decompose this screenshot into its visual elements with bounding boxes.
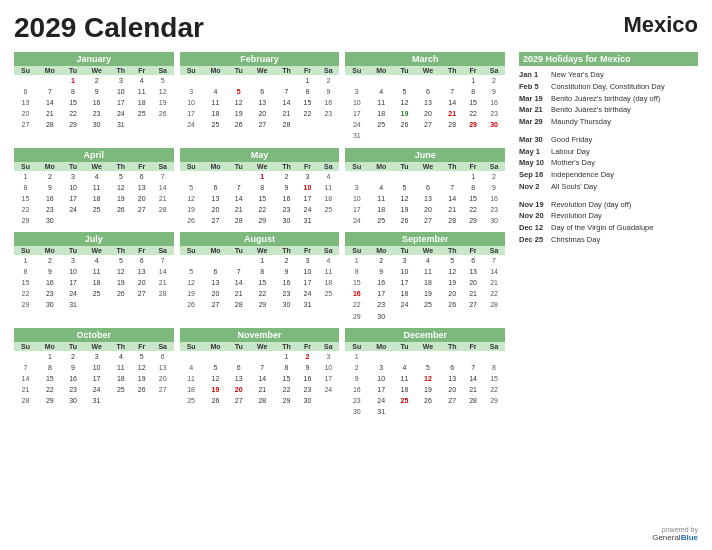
table-row xyxy=(463,130,483,141)
table-row: 28 xyxy=(152,288,174,299)
table-row: 18 xyxy=(415,277,442,288)
table-row: 14 xyxy=(441,97,463,108)
table-row: 22 xyxy=(297,108,317,119)
table-row: 24 xyxy=(83,384,110,395)
table-row: 4 xyxy=(368,86,394,97)
table-row: 11 xyxy=(132,86,152,97)
table-row: 29 xyxy=(276,395,298,406)
table-row: 17 xyxy=(317,373,339,384)
table-row: 20 xyxy=(441,384,463,395)
table-row: 23 xyxy=(483,204,505,215)
table-row xyxy=(14,351,37,362)
table-row: 9 xyxy=(276,182,298,193)
table-row: 28 xyxy=(441,215,463,226)
mon-header: Mo xyxy=(37,66,63,75)
table-row: 8 xyxy=(249,266,276,277)
wed-header: We xyxy=(249,66,276,75)
table-row: 21 xyxy=(152,277,174,288)
table-row: 24 xyxy=(63,204,84,215)
tue-header: Tu xyxy=(228,66,249,75)
table-row: 17 xyxy=(63,277,84,288)
table-row: 6 xyxy=(415,86,442,97)
table-row: 13 xyxy=(415,97,442,108)
fri-header: Fr xyxy=(297,342,317,351)
table-row: 17 xyxy=(345,204,368,215)
table-row: 10 xyxy=(180,97,203,108)
fri-header: Fr xyxy=(463,162,483,171)
table-row: 10 xyxy=(63,182,84,193)
table-row xyxy=(203,171,229,182)
table-row: 12 xyxy=(132,362,152,373)
table-row: 6 xyxy=(132,171,152,182)
table-row: 21 xyxy=(152,193,174,204)
table-row: 5 xyxy=(110,171,132,182)
table-row: 16 xyxy=(345,384,368,395)
april-header: April xyxy=(14,148,174,162)
table-row: 22 xyxy=(276,384,298,395)
table-row: 16 xyxy=(368,277,394,288)
table-row: 22 xyxy=(249,204,276,215)
table-row: 27 xyxy=(463,299,483,310)
table-row: 23 xyxy=(63,384,84,395)
table-row: 14 xyxy=(483,266,505,277)
table-row: 15 xyxy=(483,373,505,384)
month-june: June SuMoTuWeThFrSa 12 3456789 101112131… xyxy=(345,148,505,226)
tue-header: Tu xyxy=(63,66,84,75)
table-row: 12 xyxy=(180,193,203,204)
table-row: 24 xyxy=(297,288,317,299)
table-row xyxy=(394,406,415,417)
table-row: 11 xyxy=(110,362,132,373)
fri-header: Fr xyxy=(132,162,152,171)
table-row: 8 xyxy=(14,182,37,193)
february-header: February xyxy=(180,52,340,66)
wed-header: We xyxy=(415,342,442,351)
table-row: 22 xyxy=(63,108,84,119)
table-row: 26 xyxy=(228,119,249,130)
table-row: 11 xyxy=(203,97,229,108)
sun-header: Su xyxy=(345,162,368,171)
table-row xyxy=(483,130,505,141)
wed-header: We xyxy=(249,246,276,255)
table-row: 18 xyxy=(394,384,415,395)
table-row: 21 xyxy=(441,204,463,215)
table-row: 12 xyxy=(441,266,463,277)
table-row: 28 xyxy=(276,119,298,130)
holiday-date: Nov 20 xyxy=(519,211,547,221)
holiday-name: New Year's Day xyxy=(551,70,604,80)
table-row: 23 xyxy=(276,288,298,299)
holiday-date: Nov 2 xyxy=(519,182,547,192)
table-row: 1 xyxy=(345,255,368,266)
table-row: 2 xyxy=(276,255,298,266)
table-row: 16 xyxy=(317,97,339,108)
wed-header: We xyxy=(83,342,110,351)
table-row: 27 xyxy=(228,395,249,406)
table-row: 13 xyxy=(463,266,483,277)
table-row: 7 xyxy=(14,362,37,373)
table-row: 1 xyxy=(63,75,84,86)
thu-header: Th xyxy=(110,342,132,351)
table-row: 13 xyxy=(132,266,152,277)
table-row: 29 xyxy=(37,395,63,406)
table-row: 3 xyxy=(345,86,368,97)
table-row: 29 xyxy=(483,395,505,406)
holiday-date: Dec 12 xyxy=(519,223,547,233)
wed-header: We xyxy=(249,342,276,351)
table-row: 10 xyxy=(345,97,368,108)
holiday-name: Mother's Day xyxy=(551,158,595,168)
table-row: 24 xyxy=(345,119,368,130)
table-row: 30 xyxy=(63,395,84,406)
table-row: 7 xyxy=(276,86,298,97)
tue-header: Tu xyxy=(394,246,415,255)
table-row: 8 xyxy=(276,362,298,373)
table-row: 19 xyxy=(132,373,152,384)
fri-header: Fr xyxy=(132,342,152,351)
sun-header: Su xyxy=(14,66,37,75)
table-row: 29 xyxy=(14,215,37,226)
holiday-name: Independence Day xyxy=(551,170,614,180)
table-row: 28 xyxy=(463,395,483,406)
table-row: 3 xyxy=(394,255,415,266)
table-row: 16 xyxy=(483,97,505,108)
table-row: 24 xyxy=(110,108,132,119)
table-row xyxy=(463,406,483,417)
table-row: 3 xyxy=(83,351,110,362)
